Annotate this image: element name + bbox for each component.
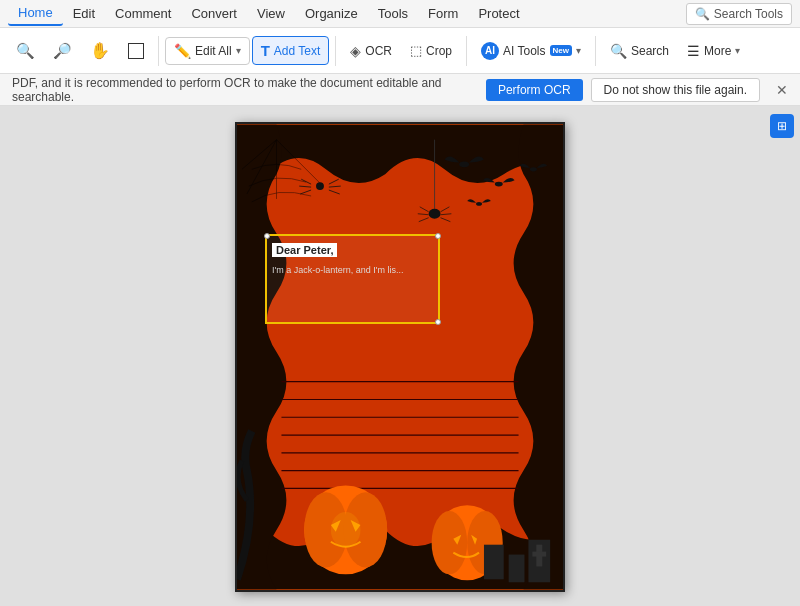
side-panel-icon: ⊞ <box>777 119 787 133</box>
search-label: Search <box>631 44 669 58</box>
perform-ocr-button[interactable]: Perform OCR <box>486 79 583 101</box>
toolbar: 🔍 🔎 ✋ ✏️ Edit All ▾ T Add Text ◈ OCR ⬚ C… <box>0 28 800 74</box>
edit-dropdown-arrow: ▾ <box>236 45 241 56</box>
menu-bar: Home Edit Comment Convert View Organize … <box>0 0 800 28</box>
add-text-label: Add Text <box>274 44 320 58</box>
halloween-background <box>237 124 563 590</box>
svg-rect-0 <box>237 125 563 589</box>
main-content: ⊞ <box>0 106 800 606</box>
handle-bottom-right <box>435 319 441 325</box>
add-text-icon: T <box>261 42 270 59</box>
side-panel-toggle[interactable]: ⊞ <box>770 114 794 138</box>
menu-convert[interactable]: Convert <box>181 2 247 25</box>
crop-label: Crop <box>426 44 452 58</box>
svg-point-23 <box>476 202 482 206</box>
close-notification-icon[interactable]: ✕ <box>776 82 788 98</box>
pdf-page: Dear Peter, I'm a Jack-o-lantern, and I'… <box>235 122 565 592</box>
hand-icon: ✋ <box>90 41 110 60</box>
ai-tools-button[interactable]: AI AI Tools New ▾ <box>473 37 589 65</box>
ai-icon: AI <box>481 42 499 60</box>
search-tools[interactable]: 🔍 Search Tools <box>686 3 792 25</box>
svg-rect-48 <box>532 552 546 557</box>
document-text: Dear Peter, I'm a Jack-o-lantern, and I'… <box>272 242 403 275</box>
text-dear-peter[interactable]: Dear Peter, <box>272 243 337 257</box>
menu-home[interactable]: Home <box>8 1 63 26</box>
search-icon: 🔍 <box>610 43 627 59</box>
zoom-in-icon: 🔎 <box>53 42 72 60</box>
separator-4 <box>595 36 596 66</box>
menu-edit[interactable]: Edit <box>63 2 105 25</box>
handle-top-right <box>435 233 441 239</box>
menu-comment[interactable]: Comment <box>105 2 181 25</box>
ocr-icon: ◈ <box>350 43 361 59</box>
svg-point-37 <box>331 512 361 548</box>
svg-point-5 <box>316 182 324 190</box>
separator-1 <box>158 36 159 66</box>
more-icon: ☰ <box>687 43 700 59</box>
zoom-out-icon: 🔍 <box>16 42 35 60</box>
more-button[interactable]: ☰ More ▾ <box>679 38 748 64</box>
separator-2 <box>335 36 336 66</box>
more-label: More <box>704 44 731 58</box>
edit-icon: ✏️ <box>174 43 191 59</box>
separator-3 <box>466 36 467 66</box>
crop-icon: ⬚ <box>410 43 422 58</box>
svg-point-21 <box>495 182 503 187</box>
ocr-button[interactable]: ◈ OCR <box>342 38 400 64</box>
menu-form[interactable]: Form <box>418 2 468 25</box>
menu-view[interactable]: View <box>247 2 295 25</box>
zoom-in-button[interactable]: 🔎 <box>45 37 80 65</box>
menu-tools[interactable]: Tools <box>368 2 418 25</box>
search-tools-icon: 🔍 <box>695 7 710 21</box>
handle-top-left <box>264 233 270 239</box>
text-body: I'm a Jack-o-lantern, and I'm lis... <box>272 265 403 275</box>
dismiss-button[interactable]: Do not show this file again. <box>591 78 760 102</box>
zoom-out-button[interactable]: 🔍 <box>8 37 43 65</box>
svg-rect-45 <box>509 555 525 583</box>
crop-button[interactable]: ⬚ Crop <box>402 38 460 63</box>
notification-text: PDF, and it is recommended to perform OC… <box>12 76 478 104</box>
svg-point-40 <box>432 511 468 574</box>
ocr-label: OCR <box>365 44 392 58</box>
edit-all-button[interactable]: ✏️ Edit All ▾ <box>165 37 250 65</box>
search-tools-label: Search Tools <box>714 7 783 21</box>
svg-rect-44 <box>484 545 504 580</box>
ai-tools-label: AI Tools <box>503 44 545 58</box>
menu-protect[interactable]: Protect <box>468 2 529 25</box>
more-dropdown-arrow: ▾ <box>735 45 740 56</box>
svg-point-22 <box>530 167 537 171</box>
menu-organize[interactable]: Organize <box>295 2 368 25</box>
select-tool-button[interactable] <box>120 38 152 64</box>
notification-bar: PDF, and it is recommended to perform OC… <box>0 74 800 106</box>
ai-dropdown-arrow: ▾ <box>576 45 581 56</box>
add-text-button[interactable]: T Add Text <box>252 36 330 65</box>
select-icon <box>128 43 144 59</box>
svg-point-13 <box>429 209 441 219</box>
edit-all-label: Edit All <box>195 44 232 58</box>
svg-point-20 <box>459 161 469 167</box>
new-badge: New <box>550 45 572 56</box>
hand-tool-button[interactable]: ✋ <box>82 36 118 65</box>
search-button[interactable]: 🔍 Search <box>602 38 677 64</box>
